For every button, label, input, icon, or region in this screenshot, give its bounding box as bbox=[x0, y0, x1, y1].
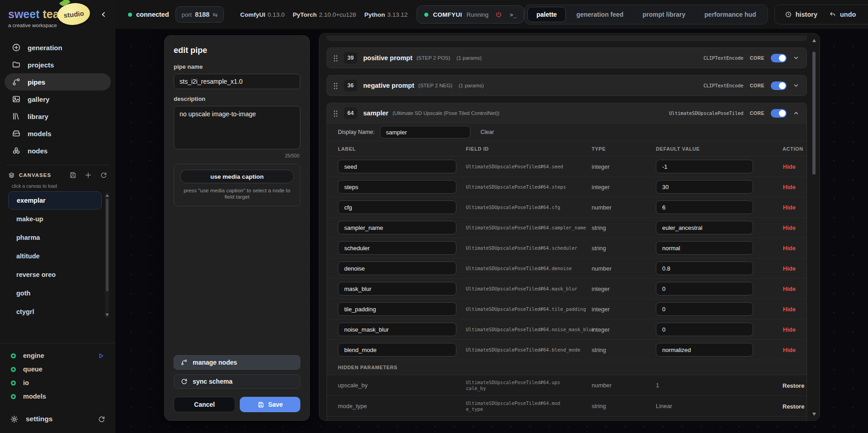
canvas-item[interactable]: exemplar bbox=[8, 191, 102, 209]
param-default-input[interactable] bbox=[656, 180, 753, 194]
drag-handle-icon[interactable] bbox=[333, 82, 337, 89]
cancel-button[interactable]: Cancel bbox=[174, 397, 235, 412]
param-label-input[interactable] bbox=[338, 160, 456, 173]
scroll-up-icon[interactable] bbox=[105, 194, 109, 197]
refresh-settings-icon[interactable] bbox=[98, 415, 105, 423]
canvas-item[interactable]: make-up bbox=[8, 210, 102, 228]
history-button[interactable]: history bbox=[785, 11, 817, 18]
chevron-up-icon[interactable] bbox=[793, 110, 799, 116]
brand-sweet: sweet bbox=[8, 8, 39, 21]
canvas-item[interactable]: altitude bbox=[8, 247, 102, 265]
port-selector[interactable]: port 8188 ⇆ bbox=[175, 6, 224, 23]
tab-generation-feed[interactable]: generation feed bbox=[568, 7, 632, 22]
param-default-input[interactable] bbox=[656, 241, 753, 255]
canvas-item[interactable]: ctygrl bbox=[8, 303, 102, 321]
hide-param-button[interactable]: Hide bbox=[783, 224, 796, 231]
param-label-input[interactable] bbox=[338, 302, 456, 316]
status-row[interactable]: models bbox=[0, 390, 115, 403]
param-default-input[interactable] bbox=[656, 343, 753, 357]
sidebar-item-projects[interactable]: projects bbox=[5, 56, 111, 73]
add-canvas-icon[interactable] bbox=[85, 171, 92, 179]
restore-param-button[interactable]: Restore bbox=[783, 382, 804, 389]
param-default-input[interactable] bbox=[656, 160, 753, 173]
undo-button[interactable]: undo bbox=[829, 11, 856, 18]
hide-param-button[interactable]: Hide bbox=[783, 285, 796, 292]
nodes-panel-scrollbar[interactable] bbox=[812, 38, 816, 417]
param-default-input[interactable] bbox=[656, 282, 753, 295]
terminal-icon[interactable]: >_ bbox=[510, 11, 517, 18]
param-row: UltimateSDUpscalePoseTiled#64.denoise nu… bbox=[327, 258, 806, 279]
canvas-item[interactable]: pharma bbox=[8, 228, 102, 247]
hide-param-button[interactable]: Hide bbox=[783, 347, 796, 353]
chevron-down-icon[interactable] bbox=[793, 55, 799, 61]
param-default-input[interactable] bbox=[656, 221, 753, 234]
node-enabled-toggle[interactable] bbox=[771, 54, 787, 62]
service-status: Running bbox=[467, 11, 489, 18]
play-icon[interactable] bbox=[98, 352, 104, 359]
description-input[interactable]: no upscale image-to-image bbox=[174, 106, 300, 149]
hide-param-button[interactable]: Hide bbox=[783, 184, 796, 190]
canvas-list-scrollbar[interactable] bbox=[105, 192, 109, 318]
status-row[interactable]: queue bbox=[0, 362, 115, 376]
hide-param-button[interactable]: Hide bbox=[783, 245, 796, 252]
manage-nodes-button[interactable]: manage nodes bbox=[174, 355, 300, 370]
scroll-up-icon[interactable] bbox=[812, 39, 816, 42]
param-field-id: UltimateSDUpscalePoseTiled#64.seed bbox=[466, 164, 592, 169]
param-label-input[interactable] bbox=[338, 343, 456, 357]
power-icon[interactable] bbox=[495, 11, 503, 19]
sidebar-item-settings[interactable]: settings bbox=[0, 411, 115, 427]
param-label-input[interactable] bbox=[338, 241, 456, 255]
tab-prompt-library[interactable]: prompt library bbox=[634, 7, 694, 22]
char-counter: 25/500 bbox=[174, 153, 299, 158]
param-label-input[interactable] bbox=[338, 262, 456, 275]
sidebar-item-models[interactable]: models bbox=[5, 125, 111, 142]
status-row[interactable]: engine bbox=[0, 349, 115, 362]
param-label-input[interactable] bbox=[338, 200, 456, 214]
param-label-input[interactable] bbox=[338, 180, 456, 194]
tab-palette[interactable]: palette bbox=[527, 7, 566, 22]
history-controls: history undo redo bbox=[774, 5, 868, 24]
sidebar-item-gallery[interactable]: gallery bbox=[5, 90, 111, 108]
hide-param-button[interactable]: Hide bbox=[783, 306, 796, 313]
node-enabled-toggle[interactable] bbox=[771, 109, 787, 118]
param-label-input[interactable] bbox=[338, 282, 456, 295]
sync-schema-button[interactable]: sync schema bbox=[174, 374, 300, 389]
scroll-down-icon[interactable] bbox=[105, 314, 109, 316]
scrollbar-thumb[interactable] bbox=[106, 199, 109, 291]
clear-button[interactable]: Clear bbox=[480, 129, 494, 135]
sidebar-collapse-button[interactable] bbox=[100, 11, 107, 18]
sidebar-item-pipes[interactable]: pipes bbox=[5, 73, 111, 90]
hide-param-button[interactable]: Hide bbox=[783, 163, 796, 170]
drag-handle-icon[interactable] bbox=[333, 55, 337, 62]
sidebar-item-generation[interactable]: generation bbox=[5, 39, 111, 56]
sidebar-item-library[interactable]: library bbox=[5, 108, 111, 125]
param-default-input[interactable] bbox=[656, 200, 753, 214]
swap-port-icon[interactable]: ⇆ bbox=[213, 11, 218, 18]
hide-param-button[interactable]: Hide bbox=[783, 265, 796, 272]
scroll-down-icon[interactable] bbox=[812, 413, 816, 416]
param-default-input[interactable] bbox=[656, 302, 753, 316]
chevron-down-icon[interactable] bbox=[793, 82, 799, 89]
restore-param-button[interactable]: Restore bbox=[783, 403, 804, 410]
drag-handle-icon[interactable] bbox=[333, 110, 337, 117]
param-row: UltimateSDUpscalePoseTiled#64.cfg number… bbox=[327, 197, 806, 218]
canvas-item[interactable]: goth bbox=[8, 284, 102, 302]
param-label-input[interactable] bbox=[338, 221, 456, 234]
pipe-name-input[interactable] bbox=[174, 74, 300, 89]
save-canvas-icon[interactable] bbox=[69, 171, 76, 179]
status-row[interactable]: io bbox=[0, 376, 115, 390]
save-button[interactable]: Save bbox=[240, 397, 300, 412]
param-default-input[interactable] bbox=[656, 262, 753, 275]
tab-performance-hud[interactable]: performance hud bbox=[696, 7, 764, 22]
param-label-input[interactable] bbox=[338, 323, 456, 336]
hide-param-button[interactable]: Hide bbox=[783, 204, 796, 211]
refresh-canvases-icon[interactable] bbox=[100, 171, 107, 179]
use-media-caption-button[interactable]: use media caption bbox=[180, 170, 294, 183]
canvas-item[interactable]: reverse oreo bbox=[8, 266, 102, 284]
sidebar-item-nodes[interactable]: nodes bbox=[5, 142, 111, 159]
node-enabled-toggle[interactable] bbox=[771, 81, 787, 90]
display-name-input[interactable] bbox=[380, 126, 470, 138]
hide-param-button[interactable]: Hide bbox=[783, 326, 796, 333]
scrollbar-thumb[interactable] bbox=[812, 52, 816, 175]
param-default-input[interactable] bbox=[656, 323, 753, 336]
